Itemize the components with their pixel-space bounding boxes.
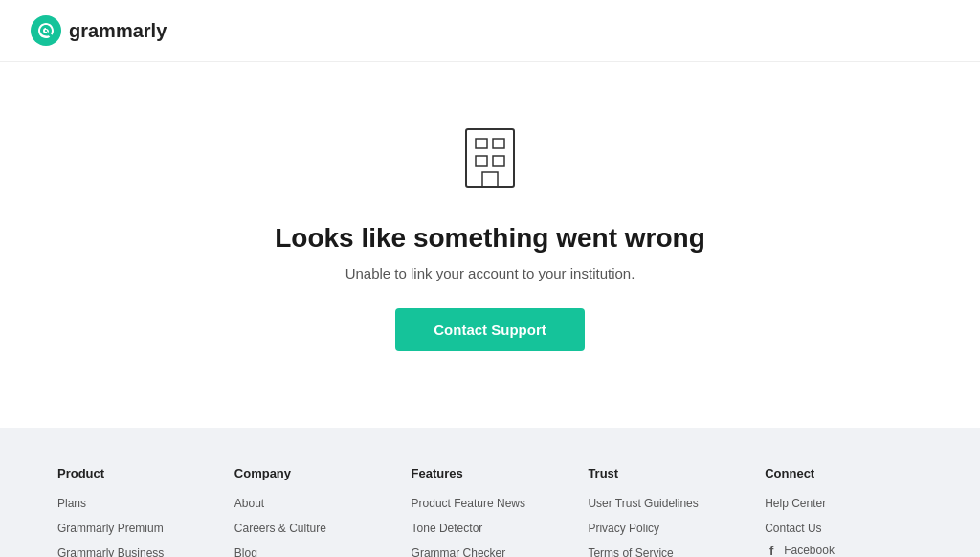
footer-connect-title: Connect bbox=[765, 466, 923, 480]
footer-social-facebook[interactable]: f Facebook bbox=[765, 544, 923, 557]
logo-container[interactable]: grammarly bbox=[31, 15, 167, 46]
error-subtitle: Unable to link your account to your inst… bbox=[345, 265, 635, 281]
footer-link-plans[interactable]: Plans bbox=[57, 497, 86, 510]
footer-col-connect: Connect Help Center Contact Us f Faceboo… bbox=[765, 466, 923, 557]
footer-link-terms-of-service[interactable]: Terms of Service bbox=[588, 546, 673, 557]
contact-support-button[interactable]: Contact Support bbox=[395, 308, 585, 351]
svg-rect-3 bbox=[493, 139, 504, 148]
facebook-icon: f bbox=[765, 544, 778, 557]
main-content: Looks like something went wrong Unable t… bbox=[0, 62, 980, 428]
footer-trust-title: Trust bbox=[588, 466, 746, 480]
footer-col-product: Product Plans Grammarly Premium Grammarl… bbox=[57, 466, 215, 557]
svg-rect-1 bbox=[466, 129, 514, 187]
svg-rect-4 bbox=[476, 156, 487, 166]
footer-link-about[interactable]: About bbox=[234, 497, 264, 510]
footer-link-tone-detector[interactable]: Tone Detector bbox=[412, 522, 483, 535]
footer-link-careers-culture[interactable]: Careers & Culture bbox=[234, 522, 326, 535]
footer-link-privacy-policy[interactable]: Privacy Policy bbox=[588, 522, 659, 535]
grammarly-logo-icon bbox=[31, 15, 61, 46]
footer-link-blog[interactable]: Blog bbox=[234, 546, 257, 557]
footer-product-title: Product bbox=[57, 466, 215, 480]
error-icon bbox=[457, 120, 523, 200]
error-title: Looks like something went wrong bbox=[275, 223, 705, 254]
footer-col-company: Company About Careers & Culture Blog Tec… bbox=[234, 466, 392, 557]
footer-grid: Product Plans Grammarly Premium Grammarl… bbox=[57, 466, 923, 557]
svg-point-0 bbox=[31, 15, 61, 46]
footer-col-features: Features Product Feature News Tone Detec… bbox=[412, 466, 569, 557]
svg-rect-6 bbox=[482, 172, 498, 187]
header: grammarly bbox=[0, 0, 980, 62]
footer-link-contact-us[interactable]: Contact Us bbox=[765, 522, 821, 535]
footer-features-title: Features bbox=[412, 466, 569, 480]
svg-rect-2 bbox=[476, 139, 487, 148]
footer-link-product-feature-news[interactable]: Product Feature News bbox=[412, 497, 525, 510]
footer-link-grammar-checker[interactable]: Grammar Checker bbox=[412, 546, 506, 557]
footer-company-title: Company bbox=[234, 466, 392, 480]
footer-link-help-center[interactable]: Help Center bbox=[765, 497, 826, 510]
logo-text: grammarly bbox=[69, 20, 167, 42]
footer-col-trust: Trust User Trust Guidelines Privacy Poli… bbox=[588, 466, 746, 557]
footer: Product Plans Grammarly Premium Grammarl… bbox=[0, 428, 980, 557]
footer-link-user-trust-guidelines[interactable]: User Trust Guidelines bbox=[588, 497, 698, 510]
svg-rect-5 bbox=[493, 156, 504, 166]
footer-link-grammarly-premium[interactable]: Grammarly Premium bbox=[57, 522, 164, 535]
footer-link-grammarly-business[interactable]: Grammarly Business bbox=[57, 546, 164, 557]
